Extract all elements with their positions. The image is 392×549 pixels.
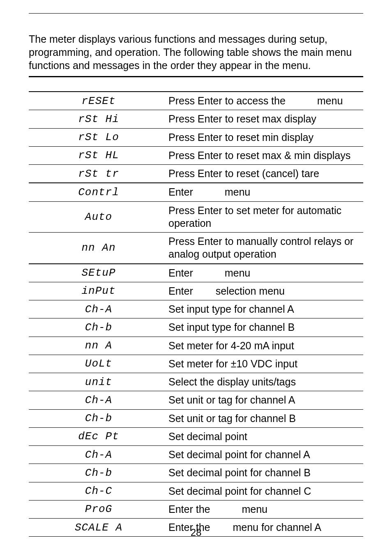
display-code: Ch-b: [29, 464, 168, 482]
display-code: UoLt: [29, 355, 168, 373]
description: Press Enter to reset max & min displays: [168, 146, 363, 164]
display-code: nn A: [29, 337, 168, 355]
description: Set meter for 4-20 mA input: [168, 337, 363, 355]
description: Enter menu: [168, 183, 363, 201]
section-rule: [29, 76, 363, 77]
display-code: Ch-b: [29, 318, 168, 337]
display-code: dEc Pt: [29, 427, 168, 445]
display-code: Ch-A: [29, 391, 168, 409]
display-code: rSt Hi: [29, 110, 168, 128]
display-code: inPut: [29, 282, 168, 300]
table-row: Ch-ASet input type for channel A: [29, 300, 363, 318]
table-row: Ch-CSet decimal point for channel C: [29, 482, 363, 500]
intro-text: The meter displays various functions and…: [29, 32, 363, 72]
table-row: ProGEnter the menu: [29, 500, 363, 518]
table-row: ContrlEnter menu: [29, 183, 363, 201]
description: Press Enter to reset (cancel) tare: [168, 165, 363, 183]
description: Set decimal point for channel B: [168, 464, 363, 482]
top-rule: [29, 13, 363, 14]
description: Set decimal point for channel A: [168, 446, 363, 464]
table-row: rSt trPress Enter to reset (cancel) tare: [29, 165, 363, 183]
description: Set input type for channel A: [168, 300, 363, 318]
description: Enter the menu: [168, 500, 363, 518]
table-row: rSt HLPress Enter to reset max & min dis…: [29, 146, 363, 164]
description: Press Enter to access the menu: [168, 92, 363, 110]
display-code: rSt tr: [29, 165, 168, 183]
page-number: 28: [0, 527, 392, 538]
display-code: rSt Lo: [29, 128, 168, 146]
table-row: unitSelect the display units/tags: [29, 373, 363, 391]
description: Press Enter to set meter for automatic o…: [168, 201, 363, 233]
description: Set unit or tag for channel A: [168, 391, 363, 409]
table-row: Ch-bSet decimal point for channel B: [29, 464, 363, 482]
description: Press Enter to manually control relays o…: [168, 233, 363, 264]
display-code: unit: [29, 373, 168, 391]
display-code: rESEt: [29, 92, 168, 110]
table-row: Ch-ASet unit or tag for channel A: [29, 391, 363, 409]
description: Enter selection menu: [168, 282, 363, 300]
display-code: Auto: [29, 201, 168, 233]
description: Set decimal point for channel C: [168, 482, 363, 500]
table-row: inPutEnter selection menu: [29, 282, 363, 300]
display-code: Ch-A: [29, 300, 168, 318]
table-row: nn AnPress Enter to manually control rel…: [29, 233, 363, 264]
description: Select the display units/tags: [168, 373, 363, 391]
table-row: nn ASet meter for 4-20 mA input: [29, 337, 363, 355]
display-code: Ch-A: [29, 446, 168, 464]
description: Set meter for ±10 VDC input: [168, 355, 363, 373]
display-code: Contrl: [29, 183, 168, 201]
table-row: dEc PtSet decimal point: [29, 427, 363, 445]
description: Enter menu: [168, 264, 363, 282]
display-code: nn An: [29, 233, 168, 264]
description: Set decimal point: [168, 427, 363, 445]
display-code: rSt HL: [29, 146, 168, 164]
display-code: ProG: [29, 500, 168, 518]
table-row: rSt HiPress Enter to reset max display: [29, 110, 363, 128]
table-row: SEtuPEnter menu: [29, 264, 363, 282]
display-code: Ch-b: [29, 409, 168, 427]
display-code: SEtuP: [29, 264, 168, 282]
table-row: rSt LoPress Enter to reset min display: [29, 128, 363, 146]
table-row: Ch-ASet decimal point for channel A: [29, 446, 363, 464]
table-row: Ch-bSet input type for channel B: [29, 318, 363, 337]
description: Set input type for channel B: [168, 318, 363, 337]
table-row: AutoPress Enter to set meter for automat…: [29, 201, 363, 233]
table-row: rESEtPress Enter to access the menu: [29, 92, 363, 110]
description: Set unit or tag for channel B: [168, 409, 363, 427]
table-row: UoLtSet meter for ±10 VDC input: [29, 355, 363, 373]
description: Press Enter to reset max display: [168, 110, 363, 128]
table-row: Ch-bSet unit or tag for channel B: [29, 409, 363, 427]
menu-table: rESEtPress Enter to access the menurSt H…: [29, 91, 363, 537]
description: Press Enter to reset min display: [168, 128, 363, 146]
display-code: Ch-C: [29, 482, 168, 500]
